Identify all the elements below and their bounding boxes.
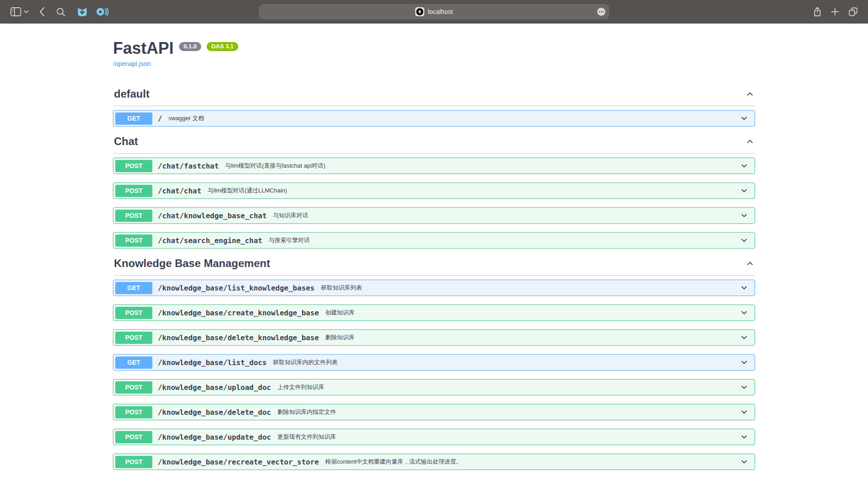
tag-header[interactable]: Chat bbox=[113, 135, 755, 154]
endpoint-path: / bbox=[158, 114, 162, 123]
expand-chevron-down-icon[interactable] bbox=[740, 383, 748, 391]
endpoint-description: 获取知识库列表 bbox=[321, 284, 362, 292]
endpoint-row[interactable]: POST /knowledge_base/upload_doc 上传文件到知识库 bbox=[113, 379, 755, 395]
collapse-chevron-up-icon[interactable] bbox=[746, 90, 754, 98]
operations-list: POST /chat/fastchat 与llm模型对话(直接与fastchat… bbox=[113, 154, 755, 249]
url-host-text: localhost bbox=[428, 8, 453, 15]
endpoint-description: 根据content中文档重建向量库，流式输出处理进度。 bbox=[325, 458, 462, 466]
search-icon[interactable] bbox=[56, 7, 66, 17]
oas-badge: OAS 3.1 bbox=[207, 42, 238, 51]
http-method-badge: GET bbox=[115, 357, 152, 369]
tag-title: default bbox=[114, 88, 150, 100]
endpoint-description: 上传文件到知识库 bbox=[277, 383, 324, 391]
endpoint-path: /chat/knowledge_base_chat bbox=[158, 211, 267, 220]
endpoint-row[interactable]: POST /chat/chat 与llm模型对话(通过LLMChain) bbox=[113, 183, 755, 199]
page-settings-icon[interactable] bbox=[597, 8, 606, 16]
expand-chevron-down-icon[interactable] bbox=[740, 309, 748, 317]
endpoint-row[interactable]: POST /chat/search_engine_chat 与搜索引擎对话 bbox=[113, 232, 755, 249]
back-button-icon[interactable] bbox=[39, 7, 45, 17]
endpoint-path: /chat/fastchat bbox=[158, 162, 219, 170]
extension-live-icon[interactable] bbox=[95, 6, 109, 18]
browser-toolbar: localhost bbox=[0, 0, 868, 23]
expand-chevron-down-icon[interactable] bbox=[740, 211, 748, 220]
endpoint-row[interactable]: POST /knowledge_base/delete_knowledge_ba… bbox=[113, 329, 755, 346]
operations-list: GET /knowledge_base/list_knowledge_bases… bbox=[113, 276, 755, 470]
endpoint-path: /knowledge_base/delete_doc bbox=[158, 408, 271, 417]
collapse-chevron-up-icon[interactable] bbox=[746, 259, 754, 267]
expand-chevron-down-icon[interactable] bbox=[740, 162, 748, 170]
endpoint-row[interactable]: POST /knowledge_base/recreate_vector_sto… bbox=[113, 454, 755, 470]
endpoint-path: /knowledge_base/update_doc bbox=[158, 433, 271, 441]
http-method-badge: POST bbox=[115, 381, 152, 394]
http-method-badge: POST bbox=[115, 431, 152, 443]
site-favicon bbox=[415, 7, 424, 16]
extension-badge-icon[interactable] bbox=[76, 6, 88, 18]
expand-chevron-down-icon[interactable] bbox=[740, 358, 748, 366]
sections: default GET / swagger 文档 Chat bbox=[113, 88, 755, 470]
endpoint-path: /chat/chat bbox=[158, 187, 201, 195]
endpoint-description: 删除知识库 bbox=[325, 333, 354, 342]
endpoint-row[interactable]: POST /knowledge_base/update_doc 更新现有文件到知… bbox=[113, 429, 755, 445]
api-tag-section: default GET / swagger 文档 bbox=[113, 88, 755, 127]
collapse-chevron-up-icon[interactable] bbox=[746, 137, 754, 145]
tag-header[interactable]: default bbox=[113, 88, 755, 106]
api-title-text: FastAPI bbox=[113, 39, 174, 57]
tag-header[interactable]: Knowledge Base Management bbox=[113, 257, 755, 276]
http-method-badge: POST bbox=[115, 406, 152, 418]
http-method-badge: POST bbox=[115, 332, 152, 344]
operations-list: GET / swagger 文档 bbox=[113, 106, 755, 127]
endpoint-description: 与知识库对话 bbox=[273, 211, 308, 220]
endpoint-description: swagger 文档 bbox=[169, 114, 204, 122]
expand-chevron-down-icon[interactable] bbox=[740, 408, 748, 416]
sidebar-chevron-down-icon[interactable] bbox=[24, 10, 29, 14]
http-method-badge: POST bbox=[115, 235, 152, 247]
endpoint-row[interactable]: POST /chat/fastchat 与llm模型对话(直接与fastchat… bbox=[113, 158, 755, 174]
endpoint-path: /chat/search_engine_chat bbox=[158, 236, 262, 245]
tag-title: Knowledge Base Management bbox=[114, 257, 270, 270]
endpoint-row[interactable]: GET / swagger 文档 bbox=[113, 110, 755, 127]
endpoint-description: 获取知识库内的文件列表 bbox=[273, 358, 338, 366]
endpoint-path: /knowledge_base/create_knowledge_base bbox=[158, 309, 319, 317]
version-badge: 0.1.0 bbox=[179, 42, 201, 51]
http-method-badge: POST bbox=[115, 307, 152, 319]
http-method-badge: GET bbox=[115, 113, 152, 125]
endpoint-row[interactable]: GET /knowledge_base/list_knowledge_bases… bbox=[113, 280, 755, 296]
api-tag-section: Knowledge Base Management GET /knowledge… bbox=[113, 257, 755, 470]
endpoint-description: 删除知识库内指定文件 bbox=[277, 408, 336, 416]
endpoint-description: 与搜索引擎对话 bbox=[269, 236, 310, 244]
http-method-badge: GET bbox=[115, 282, 152, 294]
endpoint-description: 创建知识库 bbox=[325, 309, 354, 317]
address-bar[interactable]: localhost bbox=[259, 4, 609, 19]
expand-chevron-down-icon[interactable] bbox=[740, 433, 748, 441]
endpoint-path: /knowledge_base/upload_doc bbox=[158, 383, 271, 392]
endpoint-description: 与llm模型对话(通过LLMChain) bbox=[208, 187, 287, 195]
http-method-badge: POST bbox=[115, 185, 152, 197]
sidebar-toggle-icon[interactable] bbox=[10, 6, 22, 17]
endpoint-path: /knowledge_base/delete_knowledge_base bbox=[158, 333, 319, 342]
endpoint-row[interactable]: POST /knowledge_base/delete_doc 删除知识库内指定… bbox=[113, 404, 755, 420]
expand-chevron-down-icon[interactable] bbox=[740, 187, 748, 195]
expand-chevron-down-icon[interactable] bbox=[740, 284, 748, 292]
endpoint-description: 与llm模型对话(直接与fastchat api对话) bbox=[225, 162, 326, 170]
tab-overview-icon[interactable] bbox=[848, 7, 858, 17]
api-tag-section: Chat POST /chat/fastchat 与llm模型对话(直接与fas… bbox=[113, 135, 755, 249]
tag-title: Chat bbox=[114, 135, 138, 148]
swagger-page: FastAPI 0.1.0 OAS 3.1 /openapi.json defa… bbox=[113, 39, 755, 470]
expand-chevron-down-icon[interactable] bbox=[740, 236, 748, 244]
expand-chevron-down-icon[interactable] bbox=[740, 114, 748, 122]
endpoint-description: 更新现有文件到知识库 bbox=[277, 433, 336, 441]
share-icon[interactable] bbox=[813, 6, 822, 17]
new-tab-icon[interactable] bbox=[831, 8, 839, 16]
api-info: FastAPI 0.1.0 OAS 3.1 /openapi.json bbox=[113, 39, 755, 68]
endpoint-path: /knowledge_base/list_docs bbox=[158, 358, 267, 367]
endpoint-row[interactable]: POST /chat/knowledge_base_chat 与知识库对话 bbox=[113, 207, 755, 224]
http-method-badge: POST bbox=[115, 456, 152, 468]
openapi-spec-link[interactable]: /openapi.json bbox=[113, 60, 151, 67]
endpoint-path: /knowledge_base/recreate_vector_store bbox=[158, 458, 319, 466]
http-method-badge: POST bbox=[115, 160, 152, 172]
endpoint-path: /knowledge_base/list_knowledge_bases bbox=[158, 284, 315, 292]
endpoint-row[interactable]: GET /knowledge_base/list_docs 获取知识库内的文件列… bbox=[113, 354, 755, 371]
endpoint-row[interactable]: POST /knowledge_base/create_knowledge_ba… bbox=[113, 305, 755, 321]
expand-chevron-down-icon[interactable] bbox=[740, 333, 748, 342]
expand-chevron-down-icon[interactable] bbox=[740, 458, 748, 466]
